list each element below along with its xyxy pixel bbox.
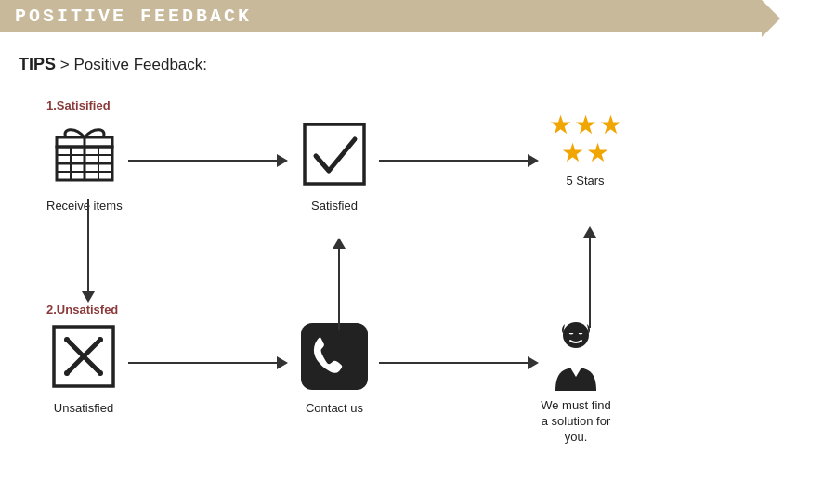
star-3: ★ xyxy=(599,112,622,138)
contact-us-label: Contact us xyxy=(306,401,363,417)
unsatisfied-label: Unsatisfied xyxy=(54,401,113,417)
svg-rect-16 xyxy=(301,323,368,390)
phone-icon xyxy=(297,319,372,394)
diagram: 1.Satisified 2.Unsatisfed xyxy=(19,89,817,460)
svg-point-14 xyxy=(64,370,70,376)
arrow-contact-to-solution xyxy=(379,356,539,369)
arrow-contact-to-satisfied xyxy=(333,238,346,330)
arrow-satisfied-to-stars xyxy=(379,154,539,167)
arrow-receive-to-unsatisfied xyxy=(82,199,95,303)
five-stars-box: ★ ★ ★ ★ ★ 5 Stars xyxy=(543,112,627,189)
star-4: ★ xyxy=(561,140,584,166)
svg-point-15 xyxy=(98,370,103,376)
unsatisfied-label: 2.Unsatisfed xyxy=(46,303,118,317)
tips-separator: > xyxy=(60,56,74,73)
tips-line: TIPS > Positive Feedback: xyxy=(0,47,836,89)
arrow-unsatisfied-to-contact xyxy=(128,356,288,369)
star-2: ★ xyxy=(574,112,597,138)
arrow-receive-to-satisfied xyxy=(128,154,288,167)
person-icon xyxy=(539,317,613,391)
svg-point-13 xyxy=(98,337,103,342)
page-container: POSITIVE FEEDBACK TIPS > Positive Feedba… xyxy=(0,0,836,504)
check-icon xyxy=(297,117,372,191)
tips-prefix: TIPS xyxy=(19,55,56,73)
x-icon xyxy=(46,319,121,394)
satisfied-box: Satisfied xyxy=(297,117,372,214)
star-5: ★ xyxy=(586,140,609,166)
gift-icon xyxy=(47,117,122,191)
solution-box: We must finda solution foryou. xyxy=(539,317,613,446)
svg-rect-8 xyxy=(305,124,364,184)
satisfied-label: 1.Satisified xyxy=(46,98,111,112)
solution-label: We must finda solution foryou. xyxy=(541,398,611,446)
unsatisfied-box: Unsatisfied xyxy=(46,319,121,417)
tips-text: Positive Feedback: xyxy=(73,56,207,73)
arrow-solution-to-stars xyxy=(583,226,596,328)
satisfied-label: Satisfied xyxy=(311,199,358,214)
svg-point-12 xyxy=(64,337,70,342)
five-stars-label: 5 Stars xyxy=(566,174,604,189)
header-banner: POSITIVE FEEDBACK xyxy=(0,0,762,32)
stars-icon: ★ ★ ★ ★ ★ xyxy=(543,112,627,166)
star-1: ★ xyxy=(549,112,572,138)
contact-us-box: Contact us xyxy=(297,319,372,417)
header-title: POSITIVE FEEDBACK xyxy=(15,6,252,27)
